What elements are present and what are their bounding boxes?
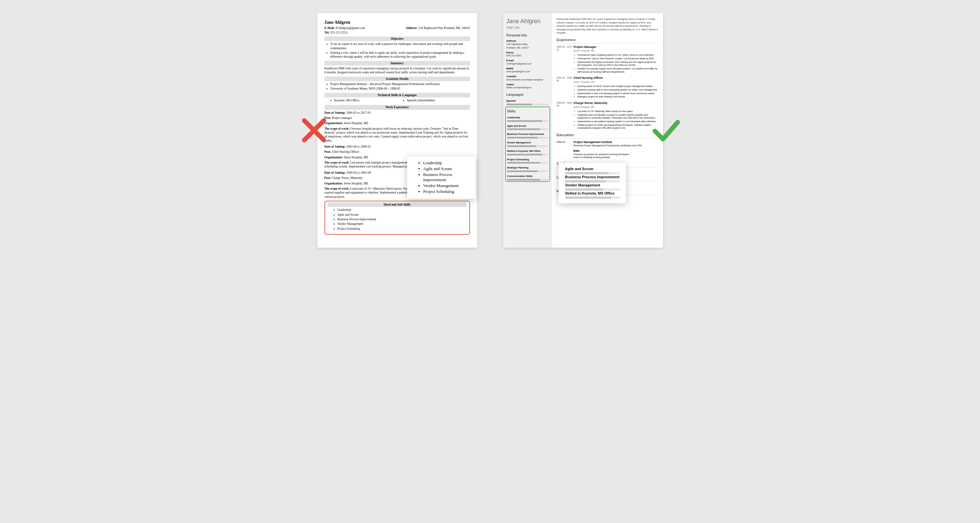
skill-item: Leadership <box>507 116 548 122</box>
wrong-summary-text: Healthcare PMP with years of experience … <box>325 67 470 74</box>
right-job-entry: 2006-05 - 2017-01Project ManagerSeton Ho… <box>557 45 659 74</box>
wrong-work-heading: Work Experience <box>325 105 470 109</box>
right-languages-heading: Languages <box>506 92 549 97</box>
right-resume: Jane Ahlgren PMP, RN Personal Info Addre… <box>503 13 663 248</box>
wrong-zoom-list: LeadershipAgile and ScrumBusiness Proces… <box>423 160 469 194</box>
zoom-skill-item: Business Process Improvement <box>565 175 620 182</box>
right-edu-entry: 2008-10 -Project Management InstituteRec… <box>557 141 659 147</box>
right-main: Passionate healthcare PMP with 10+ years… <box>552 13 663 248</box>
right-skills-heading: Skills <box>507 109 548 113</box>
wrong-skills-highlight-box: Hard and Soft Skills LeadershipAgile and… <box>325 201 470 235</box>
wrong-job-entry: Date of Joining: 2006-05 to 2017-01Post:… <box>325 111 470 143</box>
right-summary: Passionate healthcare PMP with 10+ years… <box>557 17 659 35</box>
x-mark-icon <box>298 114 330 147</box>
skill-item: Strategic Planning <box>507 166 548 172</box>
right-resume-container: Jane Ahlgren PMP, RN Personal Info Addre… <box>503 13 663 248</box>
right-sidebar: Jane Ahlgren PMP, RN Personal Info Addre… <box>503 13 552 248</box>
right-job-entry: 2000-03 - 2002-09Charge Nurse, Maternity… <box>557 101 659 130</box>
language-bar <box>506 104 549 105</box>
wrong-academic-list: Project Management Institute – Received … <box>330 82 470 91</box>
wrong-skills-list: LeadershipAgile and ScrumBusiness Proces… <box>337 208 467 231</box>
skill-item: Agile and Scrum <box>507 124 548 130</box>
wrong-objective-heading: Objective <box>325 36 470 41</box>
right-job-entry: 2002-09 - 2006-05Chief Nursing OfficerSe… <box>557 76 659 99</box>
right-experience-heading: Experience <box>557 38 659 43</box>
wrong-academic-heading: Academic Details <box>325 76 470 81</box>
wrong-objective-list: To be an expert in my area of work, with… <box>330 42 470 59</box>
wrong-techskills-heading: Technical Skills & Languages <box>325 93 470 97</box>
wrong-zoom-callout: LeadershipAgile and ScrumBusiness Proces… <box>407 157 476 199</box>
right-skills-highlight-box: Skills LeadershipAgile and ScrumBusiness… <box>505 106 550 182</box>
skill-item: Communication Skills <box>507 175 548 181</box>
zoom-skill-item: Skilled in Keynote, MS Office <box>565 191 620 199</box>
zoom-skill-item: Vendor Management <box>565 183 620 191</box>
skill-item: Business Process Improvement <box>507 133 548 138</box>
skill-item: Skilled in Keynote, MS Office <box>507 150 548 155</box>
right-name: Jane Ahlgren <box>506 17 549 25</box>
wrong-contact-email-row: E-Mail: JUAhlgren@gmail.com Address: 134… <box>325 26 470 30</box>
right-zoom-callout: Agile and ScrumBusiness Process Improvem… <box>558 163 626 203</box>
wrong-contact-tel: Tel: 555-212-5551 <box>325 31 470 35</box>
wrong-resume: Jane Ahlgren E-Mail: JUAhlgren@gmail.com… <box>317 13 477 248</box>
wrong-skills-heading: Hard and Soft Skills <box>328 202 467 207</box>
wrong-techskills: Keynote, MS Office Spanish (intermediate… <box>325 98 470 103</box>
wrong-resume-container: Jane Ahlgren E-Mail: JUAhlgren@gmail.com… <box>317 13 477 248</box>
right-education-heading: Education <box>557 133 659 138</box>
skill-item: Vendor Management <box>507 141 548 147</box>
right-credentials: PMP, RN <box>506 26 549 30</box>
zoom-skill-item: Agile and Scrum <box>565 167 620 174</box>
wrong-summary-heading: Summary <box>325 61 470 65</box>
skill-item: Project Scheduling <box>507 158 548 164</box>
right-personal-heading: Personal Info <box>506 33 549 38</box>
right-edu-entry: BSNPursued my passion for advanced nursi… <box>557 149 659 159</box>
check-mark-icon <box>650 114 682 147</box>
wrong-name: Jane Ahlgren <box>325 19 470 25</box>
